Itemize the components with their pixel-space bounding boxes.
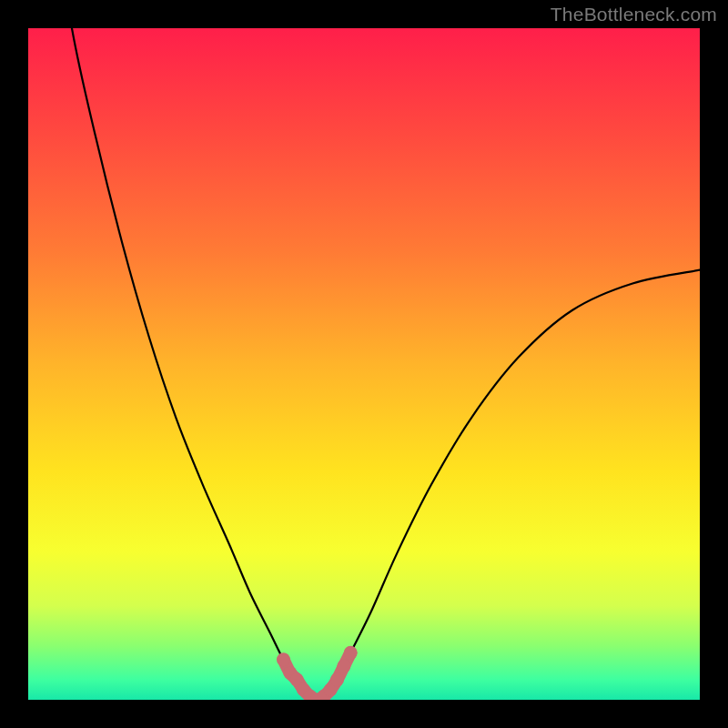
bottleneck-chart (0, 0, 728, 728)
watermark-text: TheBottleneck.com (551, 4, 717, 25)
marker-dot (344, 646, 358, 660)
marker-dot (337, 660, 350, 673)
marker-dot (277, 652, 290, 666)
chart-frame: TheBottleneck.com (0, 0, 728, 728)
marker-dot (330, 672, 344, 686)
plot-background (28, 28, 700, 700)
